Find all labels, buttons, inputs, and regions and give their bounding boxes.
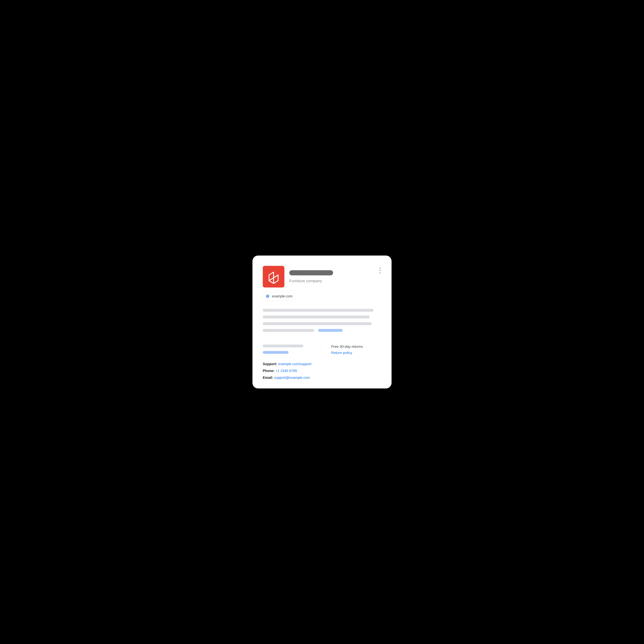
email-row: Email: support@example.com (263, 376, 381, 380)
more-options-button[interactable] (378, 268, 382, 273)
business-category: Furniture company (289, 279, 381, 283)
phone-link[interactable]: +1 2345 6789 (276, 369, 297, 373)
svg-point-0 (266, 295, 269, 298)
globe-icon (266, 294, 270, 298)
text-placeholder-line (263, 316, 370, 318)
website-chip-label: example.com (272, 294, 293, 298)
link-placeholder (263, 351, 289, 354)
support-label: Support: (263, 362, 277, 366)
brand-logo (263, 266, 284, 287)
phone-label: Phone: (263, 369, 275, 373)
info-columns: Free 30-day returns Return policy (263, 345, 381, 355)
chair-icon (268, 270, 279, 284)
description-placeholder (263, 309, 381, 332)
link-placeholder (318, 329, 343, 332)
return-policy-link[interactable]: Return policy (331, 351, 381, 355)
returns-headline: Free 30-day returns (331, 345, 381, 349)
contact-section: Support: example.com/support Phone: +1 2… (263, 362, 381, 380)
website-chip[interactable]: example.com (263, 292, 297, 301)
business-knowledge-panel: Furniture company example.com Free 30-da… (252, 256, 392, 388)
text-placeholder-line (263, 309, 374, 312)
text-placeholder-line (263, 345, 303, 347)
text-placeholder-line (263, 322, 372, 325)
email-label: Email: (263, 376, 273, 380)
support-link[interactable]: example.com/support (278, 362, 311, 366)
text-placeholder-line (263, 329, 314, 332)
email-link[interactable]: support@example.com (274, 376, 310, 380)
info-left-placeholder (263, 345, 322, 355)
title-block: Furniture company (289, 270, 381, 283)
phone-row: Phone: +1 2345 6789 (263, 369, 381, 373)
business-name-placeholder (289, 270, 333, 275)
returns-section: Free 30-day returns Return policy (322, 345, 381, 355)
support-row: Support: example.com/support (263, 362, 381, 366)
panel-header: Furniture company (263, 266, 381, 287)
